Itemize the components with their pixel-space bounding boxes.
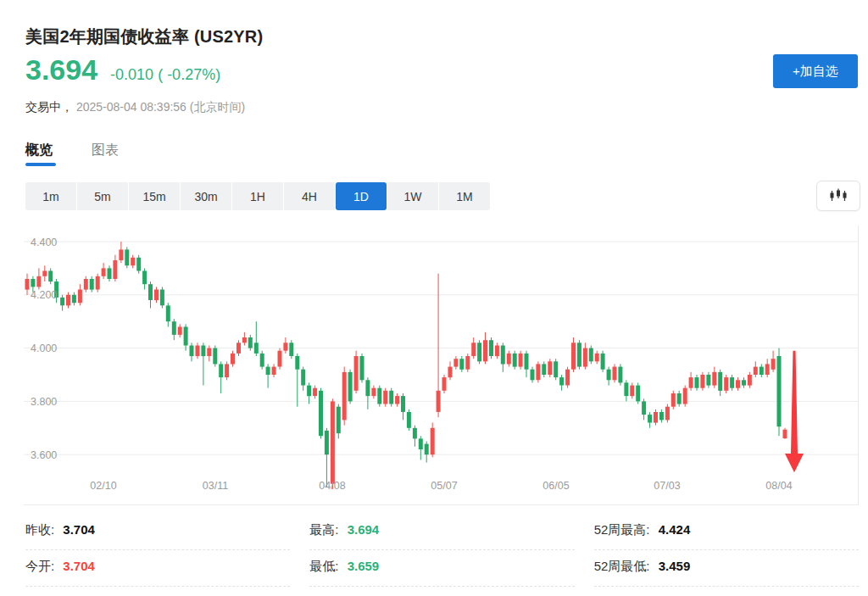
candle <box>383 388 387 407</box>
candle <box>166 303 170 326</box>
candle <box>313 386 317 399</box>
candle <box>365 377 370 409</box>
candle <box>371 386 376 399</box>
candle <box>119 242 123 263</box>
candle <box>624 380 628 401</box>
x-axis-label: 04/08 <box>319 480 345 492</box>
candle <box>142 268 147 289</box>
candle <box>724 375 728 393</box>
candle <box>583 343 587 369</box>
candle <box>90 276 94 292</box>
candle <box>389 388 393 407</box>
candle <box>554 359 558 380</box>
candle <box>78 284 82 305</box>
candle <box>501 343 505 372</box>
candle <box>242 332 247 346</box>
interval-5m[interactable]: 5m <box>77 182 128 210</box>
candle <box>307 382 311 404</box>
candle <box>148 281 153 308</box>
candle <box>395 393 399 407</box>
candle <box>377 386 381 407</box>
candle <box>742 377 746 388</box>
candle <box>354 351 359 393</box>
tab-chart[interactable]: 图表 <box>92 142 119 168</box>
candle <box>630 382 634 398</box>
candle <box>448 361 453 380</box>
x-axis-label: 05/07 <box>431 480 457 492</box>
candle <box>301 367 305 391</box>
stat-low: 最低: 3.659 <box>309 550 574 587</box>
add-watchlist-button[interactable]: +加自选 <box>773 54 858 88</box>
candle <box>665 404 670 423</box>
trading-status: 交易中， <box>25 100 73 114</box>
candle <box>260 351 264 370</box>
candle <box>278 348 282 370</box>
interval-30m[interactable]: 30m <box>181 182 231 210</box>
candle <box>571 337 576 372</box>
interval-1m-month[interactable]: 1M <box>439 182 490 210</box>
interval-1w[interactable]: 1W <box>387 182 438 210</box>
candle <box>618 364 622 385</box>
candle <box>131 255 135 269</box>
x-axis-label: 08/04 <box>765 480 792 492</box>
candle <box>113 255 117 281</box>
stat-high: 最高: 3.694 <box>309 514 574 550</box>
candle <box>659 409 664 423</box>
candlestick-chart[interactable]: 02/1003/1104/0805/0706/0507/0308/044.400… <box>24 226 859 505</box>
candle <box>136 255 141 274</box>
candle <box>542 361 546 377</box>
candle <box>700 372 704 391</box>
candle <box>325 428 329 487</box>
stats-grid: 昨收: 3.704 最高: 3.694 52周最高: 4.424 今开: 3.7… <box>25 514 859 587</box>
candle <box>60 295 64 311</box>
candle <box>718 370 722 396</box>
interval-1h[interactable]: 1H <box>232 182 283 210</box>
candle <box>765 359 770 377</box>
candle <box>777 348 782 437</box>
candle <box>108 265 112 281</box>
candle <box>401 393 405 420</box>
candle <box>154 287 159 303</box>
candle <box>283 337 287 354</box>
interval-4h[interactable]: 4H <box>284 182 335 210</box>
candle <box>342 367 347 426</box>
candle <box>754 361 758 377</box>
candle <box>190 343 194 361</box>
candle <box>513 351 517 370</box>
chart-type-button[interactable] <box>816 181 860 211</box>
x-axis-label: 02/10 <box>90 480 116 492</box>
candle <box>337 404 341 439</box>
active-tab-underline <box>25 163 56 166</box>
candle <box>483 332 487 365</box>
interval-1d[interactable]: 1D <box>336 182 387 210</box>
candle <box>266 364 270 387</box>
candle <box>360 354 364 383</box>
candle <box>601 351 605 372</box>
candle <box>348 370 353 404</box>
candle <box>295 354 299 407</box>
candle <box>102 263 106 279</box>
candle <box>84 276 88 292</box>
interval-1m[interactable]: 1m <box>25 182 76 210</box>
candle <box>231 351 235 367</box>
candle <box>236 340 241 356</box>
down-arrow-annotation <box>785 351 804 473</box>
candle <box>525 351 529 377</box>
candle <box>42 265 47 281</box>
candle <box>442 375 447 393</box>
candle <box>771 351 776 372</box>
candle <box>413 426 417 447</box>
candle <box>671 391 676 409</box>
candle <box>695 375 699 391</box>
x-axis-label: 06/05 <box>542 480 569 492</box>
candle <box>178 324 182 337</box>
candle <box>213 346 217 367</box>
candle <box>160 287 164 308</box>
stat-52w-low: 52周最低: 3.459 <box>594 550 859 587</box>
candle <box>648 412 652 428</box>
candle <box>201 343 205 385</box>
chart-area[interactable]: 02/1003/1104/0805/0706/0507/0308/044.400… <box>24 226 859 505</box>
candle <box>471 337 476 359</box>
instrument-overview-page: { "header": { "title": "美国2年期国债收益率 (US2Y… <box>0 0 868 596</box>
interval-15m[interactable]: 15m <box>129 182 180 210</box>
